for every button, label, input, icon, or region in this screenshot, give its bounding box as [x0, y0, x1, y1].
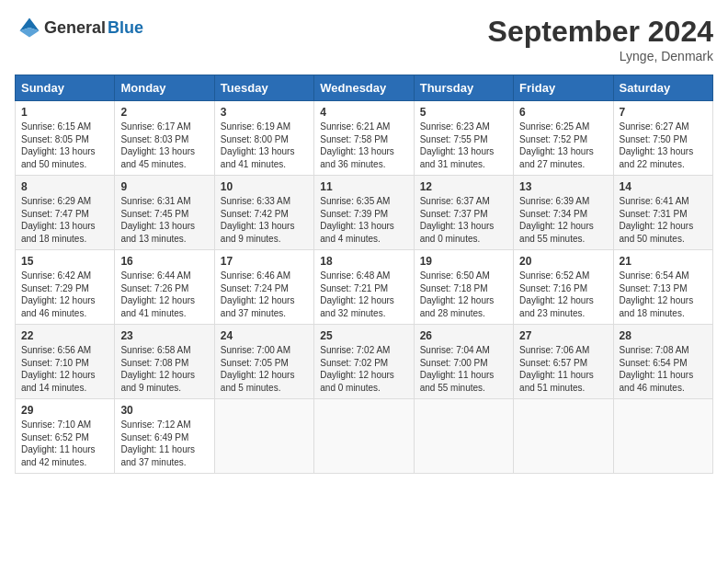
calendar-cell: [613, 399, 712, 474]
day-content: Sunrise: 6:56 AMSunset: 7:10 PMDaylight:…: [21, 344, 108, 394]
day-number: 13: [519, 180, 607, 193]
logo-general: General: [44, 18, 106, 38]
calendar-cell: [414, 399, 513, 474]
day-content: Sunrise: 7:06 AMSunset: 6:57 PMDaylight:…: [519, 344, 607, 394]
day-number: 15: [21, 255, 108, 268]
day-content: Sunrise: 6:33 AMSunset: 7:42 PMDaylight:…: [221, 195, 308, 245]
day-content: Sunrise: 6:21 AMSunset: 7:58 PMDaylight:…: [320, 121, 407, 170]
day-header-friday: Friday: [514, 75, 613, 101]
calendar-cell: 6Sunrise: 6:25 AMSunset: 7:52 PMDaylight…: [514, 101, 613, 176]
logo-icon: [17, 15, 42, 40]
calendar-cell: 30Sunrise: 7:12 AMSunset: 6:49 PMDayligh…: [115, 399, 214, 474]
calendar-cell: 15Sunrise: 6:42 AMSunset: 7:29 PMDayligh…: [16, 250, 115, 325]
location: Lynge, Denmark: [488, 49, 713, 63]
calendar-cell: 4Sunrise: 6:21 AMSunset: 7:58 PMDaylight…: [314, 101, 414, 176]
day-content: Sunrise: 6:31 AMSunset: 7:45 PMDaylight:…: [120, 195, 208, 245]
calendar-cell: [314, 399, 414, 474]
calendar-cell: 29Sunrise: 7:10 AMSunset: 6:52 PMDayligh…: [16, 399, 115, 474]
calendar-week-row: 1Sunrise: 6:15 AMSunset: 8:05 PMDaylight…: [16, 101, 713, 176]
calendar-cell: 16Sunrise: 6:44 AMSunset: 7:26 PMDayligh…: [115, 250, 214, 325]
day-number: 19: [420, 255, 507, 268]
day-header-wednesday: Wednesday: [314, 75, 414, 101]
day-header-monday: Monday: [115, 75, 214, 101]
calendar-cell: 9Sunrise: 6:31 AMSunset: 7:45 PMDaylight…: [115, 176, 214, 250]
calendar-header-row: SundayMondayTuesdayWednesdayThursdayFrid…: [16, 75, 713, 101]
day-number: 5: [420, 106, 507, 119]
day-number: 7: [620, 106, 707, 119]
day-content: Sunrise: 6:37 AMSunset: 7:37 PMDaylight:…: [420, 195, 507, 245]
day-content: Sunrise: 7:12 AMSunset: 6:49 PMDaylight:…: [120, 419, 208, 468]
day-number: 14: [620, 180, 707, 193]
calendar-cell: 11Sunrise: 6:35 AMSunset: 7:39 PMDayligh…: [314, 176, 414, 250]
day-number: 24: [221, 329, 308, 342]
day-content: Sunrise: 6:25 AMSunset: 7:52 PMDaylight:…: [519, 121, 607, 170]
calendar-cell: 7Sunrise: 6:27 AMSunset: 7:50 PMDaylight…: [613, 101, 712, 176]
day-number: 10: [221, 180, 308, 193]
calendar-week-row: 15Sunrise: 6:42 AMSunset: 7:29 PMDayligh…: [16, 250, 713, 325]
calendar-cell: 1Sunrise: 6:15 AMSunset: 8:05 PMDaylight…: [16, 101, 115, 176]
day-number: 16: [120, 255, 208, 268]
calendar-week-row: 29Sunrise: 7:10 AMSunset: 6:52 PMDayligh…: [16, 399, 713, 474]
day-header-saturday: Saturday: [613, 75, 712, 101]
calendar-cell: 27Sunrise: 7:06 AMSunset: 6:57 PMDayligh…: [514, 325, 613, 399]
calendar-week-row: 22Sunrise: 6:56 AMSunset: 7:10 PMDayligh…: [16, 325, 713, 399]
day-content: Sunrise: 7:04 AMSunset: 7:00 PMDaylight:…: [420, 344, 507, 394]
day-number: 12: [420, 180, 507, 193]
calendar-cell: 2Sunrise: 6:17 AMSunset: 8:03 PMDaylight…: [115, 101, 214, 176]
calendar-cell: 20Sunrise: 6:52 AMSunset: 7:16 PMDayligh…: [514, 250, 613, 325]
day-header-tuesday: Tuesday: [214, 75, 313, 101]
day-number: 25: [320, 329, 407, 342]
day-content: Sunrise: 6:46 AMSunset: 7:24 PMDaylight:…: [221, 270, 308, 319]
calendar-cell: 3Sunrise: 6:19 AMSunset: 8:00 PMDaylight…: [214, 101, 313, 176]
day-content: Sunrise: 6:58 AMSunset: 7:08 PMDaylight:…: [120, 344, 208, 394]
day-content: Sunrise: 6:42 AMSunset: 7:29 PMDaylight:…: [21, 270, 108, 319]
calendar-table: SundayMondayTuesdayWednesdayThursdayFrid…: [15, 75, 713, 474]
logo-blue: Blue: [108, 18, 143, 38]
calendar-cell: 19Sunrise: 6:50 AMSunset: 7:18 PMDayligh…: [414, 250, 513, 325]
day-number: 23: [120, 329, 208, 342]
day-number: 20: [519, 255, 607, 268]
calendar-cell: 25Sunrise: 7:02 AMSunset: 7:02 PMDayligh…: [314, 325, 414, 399]
day-content: Sunrise: 7:02 AMSunset: 7:02 PMDaylight:…: [320, 344, 407, 394]
day-header-sunday: Sunday: [16, 75, 115, 101]
calendar-cell: [514, 399, 613, 474]
day-number: 4: [320, 106, 407, 119]
page-header: GeneralBlue September 2024 Lynge, Denmar…: [15, 15, 713, 63]
title-block: September 2024 Lynge, Denmark: [488, 15, 713, 63]
calendar-cell: 26Sunrise: 7:04 AMSunset: 7:00 PMDayligh…: [414, 325, 513, 399]
day-number: 1: [21, 106, 108, 119]
day-number: 28: [620, 329, 707, 342]
day-content: Sunrise: 6:41 AMSunset: 7:31 PMDaylight:…: [620, 195, 707, 245]
day-content: Sunrise: 6:35 AMSunset: 7:39 PMDaylight:…: [320, 195, 407, 245]
calendar-cell: 28Sunrise: 7:08 AMSunset: 6:54 PMDayligh…: [613, 325, 712, 399]
day-number: 22: [21, 329, 108, 342]
day-number: 21: [620, 255, 707, 268]
calendar-cell: 5Sunrise: 6:23 AMSunset: 7:55 PMDaylight…: [414, 101, 513, 176]
day-content: Sunrise: 6:19 AMSunset: 8:00 PMDaylight:…: [221, 121, 308, 170]
day-number: 11: [320, 180, 407, 193]
day-content: Sunrise: 6:48 AMSunset: 7:21 PMDaylight:…: [320, 270, 407, 319]
calendar-cell: 24Sunrise: 7:00 AMSunset: 7:05 PMDayligh…: [214, 325, 313, 399]
calendar-cell: 18Sunrise: 6:48 AMSunset: 7:21 PMDayligh…: [314, 250, 414, 325]
day-content: Sunrise: 6:23 AMSunset: 7:55 PMDaylight:…: [420, 121, 507, 170]
calendar-cell: 21Sunrise: 6:54 AMSunset: 7:13 PMDayligh…: [613, 250, 712, 325]
calendar-cell: [214, 399, 313, 474]
calendar-cell: 8Sunrise: 6:29 AMSunset: 7:47 PMDaylight…: [16, 176, 115, 250]
day-content: Sunrise: 7:10 AMSunset: 6:52 PMDaylight:…: [21, 419, 108, 468]
day-content: Sunrise: 6:50 AMSunset: 7:18 PMDaylight:…: [420, 270, 507, 319]
day-number: 17: [221, 255, 308, 268]
calendar-week-row: 8Sunrise: 6:29 AMSunset: 7:47 PMDaylight…: [16, 176, 713, 250]
calendar-cell: 12Sunrise: 6:37 AMSunset: 7:37 PMDayligh…: [414, 176, 513, 250]
day-number: 8: [21, 180, 108, 193]
month-title: September 2024: [488, 15, 713, 49]
day-number: 30: [120, 404, 208, 417]
calendar-cell: 17Sunrise: 6:46 AMSunset: 7:24 PMDayligh…: [214, 250, 313, 325]
calendar-cell: 13Sunrise: 6:39 AMSunset: 7:34 PMDayligh…: [514, 176, 613, 250]
calendar-cell: 22Sunrise: 6:56 AMSunset: 7:10 PMDayligh…: [16, 325, 115, 399]
day-content: Sunrise: 7:08 AMSunset: 6:54 PMDaylight:…: [620, 344, 707, 394]
day-content: Sunrise: 6:54 AMSunset: 7:13 PMDaylight:…: [620, 270, 707, 319]
day-number: 6: [519, 106, 607, 119]
day-content: Sunrise: 6:39 AMSunset: 7:34 PMDaylight:…: [519, 195, 607, 245]
day-content: Sunrise: 6:27 AMSunset: 7:50 PMDaylight:…: [620, 121, 707, 170]
day-number: 26: [420, 329, 507, 342]
